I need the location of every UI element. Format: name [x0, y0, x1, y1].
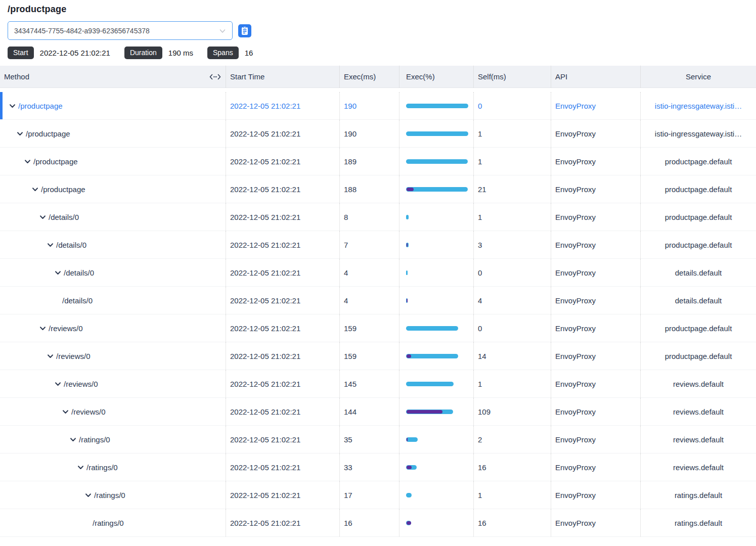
chevron-down-icon[interactable]	[39, 214, 46, 220]
table-row[interactable]: /details/0 2022-12-05 21:02:21 4 4 Envoy…	[0, 287, 756, 314]
exec-pct-cell	[399, 231, 474, 258]
start-badge: Start	[8, 47, 34, 59]
exec-ms-cell: 16	[340, 509, 399, 536]
chevron-down-icon[interactable]	[47, 242, 54, 248]
service-cell: reviews.default	[641, 426, 756, 453]
api-cell: EnvoyProxy	[551, 92, 641, 119]
trace-summary: Start 2022-12-05 21:02:21 Duration 190 m…	[8, 47, 756, 59]
api-cell: EnvoyProxy	[551, 426, 641, 453]
method-cell: /ratings/0	[0, 453, 226, 481]
duration-badge: Duration	[124, 47, 162, 59]
api-cell: EnvoyProxy	[551, 231, 641, 258]
self-ms-cell: 14	[474, 342, 551, 370]
exec-percent-bar	[406, 270, 408, 275]
method-label: /productpage	[18, 102, 63, 110]
exec-pct-cell	[399, 203, 474, 231]
method-cell: /details/0	[0, 203, 226, 231]
exec-percent-bar	[406, 493, 412, 497]
method-label: /ratings/0	[93, 519, 124, 527]
page-title: /productpage	[8, 4, 756, 15]
start-time-cell: 2022-12-05 21:02:21	[226, 259, 340, 286]
service-cell: productpage.default	[641, 342, 756, 370]
self-ms-cell: 0	[474, 259, 551, 286]
method-label: /productpage	[41, 185, 85, 194]
table-row[interactable]: /ratings/0 2022-12-05 21:02:21 33 16 Env…	[0, 453, 756, 481]
table-row[interactable]: /reviews/0 2022-12-05 21:02:21 159 0 Env…	[0, 314, 756, 342]
chevron-down-icon[interactable]	[39, 325, 46, 332]
chevron-down-icon[interactable]	[17, 130, 23, 137]
method-label: /details/0	[56, 241, 86, 249]
table-row[interactable]: /productpage 2022-12-05 21:02:21 189 1 E…	[0, 148, 756, 175]
method-label: /reviews/0	[64, 380, 98, 388]
method-cell: /productpage	[0, 120, 226, 147]
table-header-row: Method Start Time Exec(ms) Exec(%) Self(…	[0, 66, 756, 88]
span-table: Method Start Time Exec(ms) Exec(%) Self(…	[0, 66, 756, 537]
table-row[interactable]: /productpage 2022-12-05 21:02:21 190 1 E…	[0, 120, 756, 148]
col-header-self-ms: Self(ms)	[474, 66, 551, 87]
table-row[interactable]: /reviews/0 2022-12-05 21:02:21 145 1 Env…	[0, 370, 756, 398]
table-row[interactable]: /ratings/0 2022-12-05 21:02:21 35 2 Envo…	[0, 426, 756, 453]
method-cell: /details/0	[0, 287, 226, 314]
table-row[interactable]: /productpage 2022-12-05 21:02:21 188 21 …	[0, 175, 756, 203]
chevron-down-icon[interactable]	[62, 408, 69, 415]
exec-ms-cell: 159	[340, 342, 399, 370]
api-cell: EnvoyProxy	[551, 120, 641, 147]
chevron-down-icon	[219, 27, 226, 34]
chevron-down-icon[interactable]	[9, 103, 16, 109]
table-row[interactable]: /details/0 2022-12-05 21:02:21 8 1 Envoy…	[0, 203, 756, 231]
chevron-down-icon[interactable]	[24, 158, 31, 165]
method-cell: /reviews/0	[0, 398, 226, 425]
exec-ms-cell: 188	[340, 175, 399, 203]
api-cell: EnvoyProxy	[551, 509, 641, 536]
column-resize-icon[interactable]	[209, 74, 221, 80]
self-ms-cell: 0	[474, 92, 551, 119]
method-label: /details/0	[64, 268, 94, 277]
chevron-down-icon[interactable]	[77, 464, 84, 471]
exec-ms-cell: 190	[340, 120, 399, 147]
table-row[interactable]: /ratings/0 2022-12-05 21:02:21 17 1 Envo…	[0, 481, 756, 509]
exec-ms-cell: 4	[340, 287, 399, 314]
chevron-down-icon[interactable]	[55, 381, 61, 387]
table-row[interactable]: /reviews/0 2022-12-05 21:02:21 144 109 E…	[0, 398, 756, 426]
trace-id-value: 34347445-7755-4842-a939-623656745378	[14, 27, 150, 35]
exec-pct-cell	[399, 92, 474, 119]
method-cell: /productpage	[0, 148, 226, 175]
start-time-cell: 2022-12-05 21:02:21	[226, 231, 340, 258]
api-cell: EnvoyProxy	[551, 342, 641, 370]
method-label: /reviews/0	[71, 407, 106, 416]
service-cell: productpage.default	[641, 203, 756, 231]
chevron-down-icon[interactable]	[85, 492, 92, 498]
exec-pct-cell	[399, 148, 474, 175]
trace-id-select[interactable]: 34347445-7755-4842-a939-623656745378	[8, 21, 233, 40]
api-cell: EnvoyProxy	[551, 453, 641, 481]
method-label: /reviews/0	[49, 324, 83, 333]
exec-pct-cell	[399, 453, 474, 481]
col-header-service: Service	[641, 66, 756, 87]
table-row[interactable]: /productpage 2022-12-05 21:02:21 190 0 E…	[0, 92, 756, 120]
exec-percent-bar	[406, 326, 458, 331]
table-row[interactable]: /details/0 2022-12-05 21:02:21 7 3 Envoy…	[0, 231, 756, 259]
trace-header-section: /productpage 34347445-7755-4842-a939-623…	[0, 0, 756, 59]
table-row[interactable]: /details/0 2022-12-05 21:02:21 4 0 Envoy…	[0, 259, 756, 287]
method-cell: /ratings/0	[0, 426, 226, 453]
exec-percent-bar	[406, 521, 411, 525]
exec-pct-cell	[399, 120, 474, 147]
chevron-down-icon[interactable]	[47, 353, 54, 359]
chevron-down-icon[interactable]	[55, 269, 61, 276]
self-ms-cell: 1	[474, 481, 551, 509]
api-cell: EnvoyProxy	[551, 370, 641, 397]
start-time-cell: 2022-12-05 21:02:21	[226, 370, 340, 397]
table-row[interactable]: /reviews/0 2022-12-05 21:02:21 159 14 En…	[0, 342, 756, 370]
chevron-down-icon[interactable]	[32, 186, 38, 193]
service-cell: details.default	[641, 259, 756, 286]
service-cell: reviews.default	[641, 453, 756, 481]
exec-ms-cell: 8	[340, 203, 399, 231]
method-label: /reviews/0	[56, 352, 91, 360]
self-ms-cell: 2	[474, 426, 551, 453]
table-row[interactable]: /ratings/0 2022-12-05 21:02:21 16 16 Env…	[0, 509, 756, 537]
chevron-down-icon[interactable]	[70, 436, 76, 443]
copy-trace-button[interactable]	[238, 24, 251, 37]
exec-ms-cell: 144	[340, 398, 399, 425]
col-header-start-time: Start Time	[226, 66, 340, 87]
start-time-cell: 2022-12-05 21:02:21	[226, 175, 340, 203]
